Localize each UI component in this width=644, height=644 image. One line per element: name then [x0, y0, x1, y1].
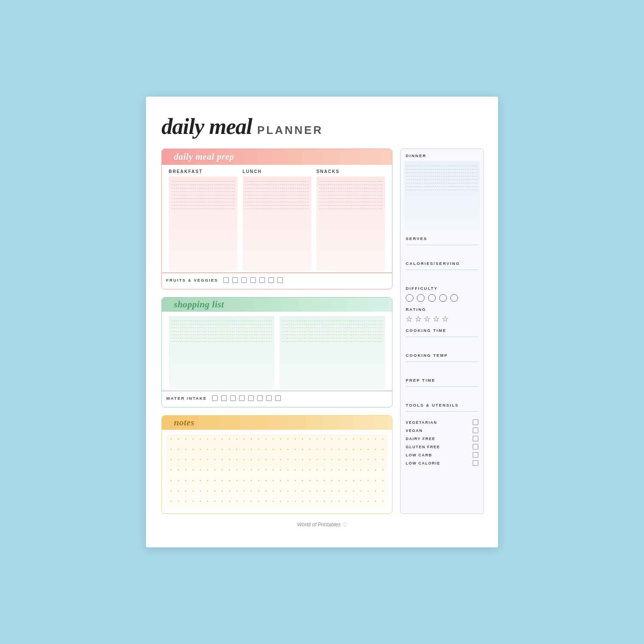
water-checkbox-3[interactable] [230, 395, 236, 401]
note-dot [200, 490, 201, 492]
note-dot [280, 501, 281, 502]
note-dot [273, 438, 274, 440]
note-dot [214, 459, 216, 460]
note-dot [222, 501, 223, 502]
note-dot [178, 480, 179, 481]
water-checkbox-4[interactable] [239, 395, 245, 401]
line [171, 324, 272, 325]
note-dot [346, 490, 347, 492]
water-checkbox-6[interactable] [257, 395, 263, 401]
note-dot [368, 459, 369, 460]
star-2[interactable]: ☆ [415, 315, 422, 323]
snacks-col: SNACKS [314, 169, 388, 271]
note-dot [170, 449, 172, 450]
line [319, 195, 383, 195]
fruits-checkbox-7[interactable] [277, 277, 283, 283]
note-dot [324, 490, 325, 492]
breakfast-col: BREAKFAST [166, 169, 240, 271]
line [282, 331, 383, 331]
line [407, 169, 477, 170]
line [245, 188, 309, 188]
note-dot [265, 438, 267, 440]
difficulty-circle-2[interactable] [417, 294, 425, 302]
note-dot [302, 438, 303, 440]
fruits-checkbox-2[interactable] [232, 277, 238, 283]
note-dot [324, 449, 325, 450]
note-dot [324, 480, 325, 481]
fruits-checkbox-5[interactable] [259, 277, 265, 283]
note-dot [360, 501, 361, 502]
dietary-checkbox-6[interactable] [473, 460, 478, 466]
star-1[interactable]: ☆ [406, 315, 413, 323]
note-dot [229, 480, 230, 481]
cooking-time-field[interactable] [401, 339, 483, 349]
difficulty-circle-4[interactable] [439, 294, 447, 302]
line [171, 205, 235, 206]
water-checkbox-2[interactable] [221, 395, 227, 401]
fruits-checkbox-3[interactable] [241, 277, 247, 283]
meal-prep-grid: BREAKFAST [162, 165, 392, 271]
line [407, 173, 477, 173]
line [171, 195, 235, 195]
note-dot [287, 501, 289, 502]
dietary-row: VEGAN [401, 426, 483, 434]
note-dot [273, 469, 274, 471]
note-dot [346, 459, 347, 460]
star-5[interactable]: ☆ [442, 315, 449, 323]
fruits-checkbox-6[interactable] [268, 277, 274, 283]
difficulty-circle-3[interactable] [428, 294, 436, 302]
note-dot [192, 480, 194, 481]
difficulty-circle-5[interactable] [450, 294, 458, 302]
serves-field[interactable] [401, 247, 483, 257]
note-dot [353, 490, 354, 492]
dietary-row: LOW CALORIE [401, 459, 483, 467]
dietary-checkbox-5[interactable] [473, 452, 478, 458]
star-3[interactable]: ☆ [424, 315, 431, 323]
dietary-checkboxes: VEGETARIANVEGANDAIRY FREEGLUTEN FREELOW … [401, 418, 483, 467]
note-dot [192, 469, 194, 471]
note-dot [178, 469, 179, 471]
note-dot [368, 438, 369, 440]
fruits-checkbox-4[interactable] [250, 277, 256, 283]
shopping-section: shopping list [161, 297, 392, 407]
note-dot [280, 480, 281, 481]
dietary-row: GLUTEN FREE [401, 443, 483, 451]
note-dot [207, 501, 208, 502]
prep-time-field[interactable] [401, 389, 483, 398]
meal-prep-section: daily meal prep BREAKFAST [161, 149, 392, 289]
line [319, 205, 383, 206]
water-checkbox-1[interactable] [212, 395, 218, 401]
line [319, 181, 383, 182]
line [245, 202, 309, 202]
tools-field[interactable] [401, 414, 483, 418]
note-dot [170, 459, 172, 460]
dietary-checkbox-2[interactable] [473, 428, 478, 433]
tools-line [406, 411, 478, 412]
water-checkbox-8[interactable] [275, 395, 281, 401]
note-dot [265, 480, 267, 481]
note-dot [338, 480, 340, 481]
water-checkbox-5[interactable] [248, 395, 254, 401]
fruits-checkbox-1[interactable] [223, 277, 229, 283]
star-4[interactable]: ☆ [433, 315, 440, 323]
note-dot [360, 459, 361, 460]
breakfast-header: BREAKFAST [169, 169, 237, 174]
difficulty-circle-1[interactable] [406, 294, 413, 302]
note-dot [324, 469, 325, 471]
calories-field[interactable] [401, 272, 483, 282]
note-dot [302, 449, 303, 450]
note-dot [287, 449, 289, 450]
cooking-temp-field[interactable] [401, 364, 483, 374]
note-dot [192, 459, 194, 460]
note-dot [192, 438, 194, 440]
note-dot [338, 501, 340, 502]
water-checkbox-7[interactable] [266, 395, 272, 401]
note-dot [185, 469, 186, 471]
note-dot [360, 449, 361, 450]
dietary-checkbox-4[interactable] [473, 444, 478, 450]
note-dot [178, 459, 179, 460]
water-row: WATER INTAKE [162, 391, 392, 403]
dietary-checkbox-3[interactable] [473, 436, 478, 441]
note-dot [236, 449, 237, 450]
dietary-checkbox-1[interactable] [473, 419, 478, 425]
